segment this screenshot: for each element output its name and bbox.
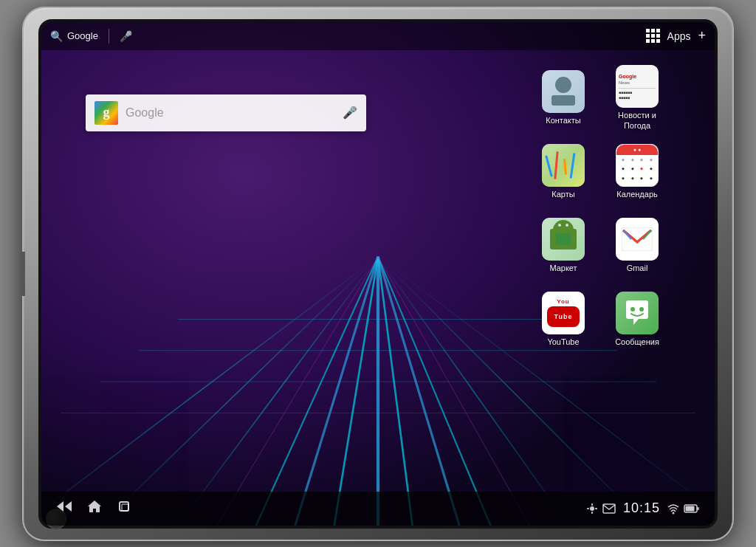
nav-recent-button[interactable]: [117, 499, 131, 517]
app-label-gmail: Gmail: [627, 264, 648, 273]
svg-rect-31: [595, 508, 597, 509]
svg-rect-28: [591, 503, 593, 506]
status-bar-left: 🔍 Google 🎤: [50, 29, 646, 44]
search-mic-icon[interactable]: 🎤: [343, 106, 357, 120]
svg-rect-35: [686, 506, 695, 511]
app-icon-contacts[interactable]: Контакты: [530, 65, 597, 131]
svg-marker-22: [57, 501, 63, 512]
screen: 🔍 Google 🎤 Apps +: [41, 22, 715, 526]
app-icon-market[interactable]: Маркет: [530, 213, 597, 279]
mic-icon-top[interactable]: 🎤: [120, 30, 132, 42]
wifi-icon: [667, 503, 679, 515]
search-icon: 🔍: [50, 30, 63, 42]
app-label-market: Маркет: [549, 264, 577, 273]
nav-bar: 10:15: [41, 492, 715, 526]
app-label-contacts: Контакты: [546, 116, 581, 125]
app-label-calendar: Календарь: [616, 190, 658, 199]
app-label-news: Новости и Погода: [604, 111, 670, 130]
app-icon-gmail[interactable]: Gmail: [604, 213, 670, 279]
tablet-shell: 🔍 Google 🎤 Apps +: [24, 8, 732, 540]
svg-point-20: [630, 307, 635, 312]
svg-rect-29: [591, 512, 593, 514]
app-icon-maps[interactable]: Карты: [530, 139, 597, 205]
google-logo: g: [94, 101, 118, 125]
add-button[interactable]: +: [698, 28, 706, 44]
settings-icon: [586, 503, 598, 515]
search-placeholder: Google: [126, 106, 343, 120]
app-icon-calendar[interactable]: ● ● ◆ ◆ ◆ ◆ ◆ ◆ ◆ ◆: [604, 139, 670, 205]
google-search-widget[interactable]: g Google 🎤: [86, 94, 366, 131]
nav-right: 10:15: [586, 500, 700, 516]
svg-marker-24: [88, 500, 101, 512]
battery-icon: [684, 503, 700, 514]
svg-point-27: [590, 506, 594, 511]
svg-rect-25: [120, 502, 128, 511]
nav-home-button[interactable]: [87, 499, 102, 517]
app-icons-grid: Контакты Google News ■■■■■■ ■■: [530, 65, 670, 353]
status-icons: [586, 503, 616, 515]
svg-point-21: [639, 307, 644, 312]
app-icon-messages[interactable]: Сообщения: [604, 286, 670, 353]
app-label-messages: Сообщения: [615, 337, 659, 347]
svg-marker-23: [65, 501, 72, 512]
app-icon-youtube[interactable]: You Tube YouTube: [530, 286, 597, 353]
app-icon-news[interactable]: Google News ■■■■■■ ■■■■■ Новости и Погод…: [604, 65, 670, 131]
svg-rect-26: [122, 504, 128, 511]
apps-grid-icon: [646, 29, 660, 43]
nav-back-button[interactable]: [56, 500, 72, 516]
main-content: g Google 🎤 Конт: [41, 50, 715, 492]
google-search-top[interactable]: 🔍 Google: [50, 30, 98, 42]
screen-bezel: 🔍 Google 🎤 Apps +: [38, 19, 718, 529]
google-label-top: Google: [67, 30, 98, 41]
google-g-letter: g: [103, 105, 110, 120]
svg-rect-32: [603, 504, 615, 513]
signal-icons: [667, 503, 700, 515]
apps-label[interactable]: Apps: [667, 30, 691, 42]
app-label-youtube: YouTube: [547, 337, 579, 347]
nav-left: [56, 499, 131, 517]
email-icon: [602, 503, 616, 514]
status-bar-right: Apps +: [646, 28, 706, 44]
time-display: 10:15: [623, 500, 660, 516]
status-bar-divider: [109, 29, 109, 44]
svg-point-33: [673, 512, 675, 514]
svg-rect-30: [587, 508, 589, 509]
app-label-maps: Карты: [551, 190, 574, 199]
svg-rect-36: [697, 507, 699, 510]
status-bar: 🔍 Google 🎤 Apps +: [41, 22, 715, 50]
